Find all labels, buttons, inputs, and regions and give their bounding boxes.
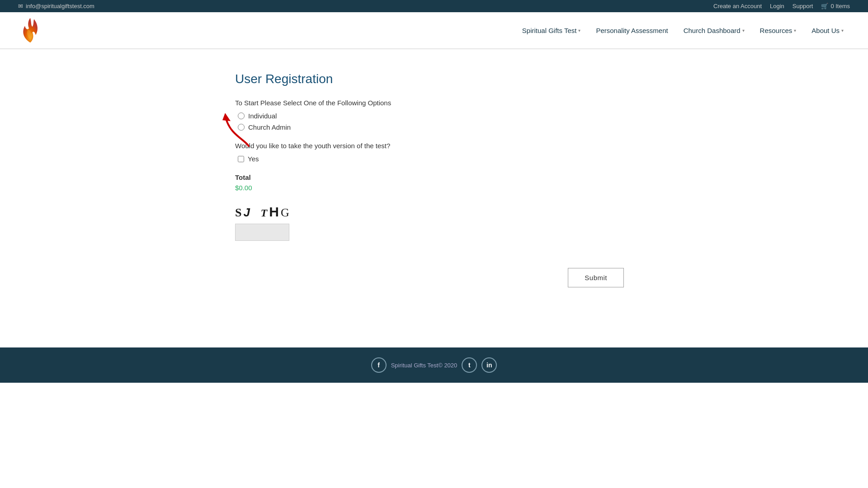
footer-copyright: Spiritual Gifts Test© 2020: [391, 362, 458, 369]
login-link[interactable]: Login: [770, 3, 784, 9]
top-bar: ✉ info@spiritualgiftstest.com Create an …: [0, 0, 868, 12]
youth-yes-label: Yes: [248, 155, 259, 163]
captcha-area: SJ THG: [235, 204, 633, 241]
email-icon: ✉: [18, 3, 23, 9]
section1-label: To Start Please Select One of the Follow…: [235, 99, 633, 107]
top-bar-right: Create an Account Login Support 🛒 0 Item…: [713, 3, 850, 9]
email-link[interactable]: info@spiritualgiftstest.com: [26, 3, 94, 9]
cart-count: 0 Items: [830, 3, 850, 9]
main-content: User Registration To Start Please Select…: [217, 72, 651, 325]
submit-area: Submit: [235, 268, 633, 287]
arrow-area: Individual Church Admin: [235, 112, 633, 131]
individual-radio-item[interactable]: Individual: [238, 112, 633, 120]
header-divider: [0, 49, 868, 49]
nav-resources[interactable]: Resources ▾: [754, 23, 803, 38]
nav-church-dashboard[interactable]: Church Dashboard ▾: [677, 23, 751, 38]
church-admin-radio-item[interactable]: Church Admin: [238, 123, 633, 131]
total-section: Total $0.00: [235, 174, 633, 192]
chevron-icon: ▾: [578, 28, 580, 33]
youth-version-section: Would you like to take the youth version…: [235, 142, 633, 163]
top-bar-left: ✉ info@spiritualgiftstest.com: [18, 3, 94, 9]
page-title: User Registration: [235, 72, 633, 86]
support-link[interactable]: Support: [793, 3, 813, 9]
total-amount: $0.00: [235, 184, 633, 192]
svg-marker-0: [222, 113, 231, 121]
logo-area[interactable]: [18, 17, 42, 44]
youth-yes-checkbox-item[interactable]: Yes: [238, 155, 633, 163]
logo-flame-icon: [18, 17, 42, 44]
red-arrow-icon: [222, 108, 262, 153]
nav-about-us[interactable]: About Us ▾: [805, 23, 850, 38]
chevron-icon-3: ▾: [794, 28, 796, 33]
nav-personality-assessment[interactable]: Personality Assessment: [590, 23, 674, 38]
main-nav: Spiritual Gifts Test ▾ Personality Asses…: [516, 23, 850, 38]
chevron-icon-2: ▾: [742, 28, 745, 33]
chevron-icon-4: ▾: [841, 28, 844, 33]
cart-wrapper[interactable]: 🛒 0 Items: [821, 3, 850, 9]
registration-type-section: To Start Please Select One of the Follow…: [235, 99, 633, 131]
captcha-image: SJ THG: [235, 204, 633, 220]
twitter-icon[interactable]: t: [462, 357, 477, 373]
linkedin-icon[interactable]: in: [481, 357, 497, 373]
section2-label: Would you like to take the youth version…: [235, 142, 633, 150]
registration-type-radio-group: Individual Church Admin: [238, 112, 633, 131]
header: Spiritual Gifts Test ▾ Personality Asses…: [0, 12, 868, 49]
youth-checkbox[interactable]: [238, 156, 244, 162]
cart-icon: 🛒: [821, 3, 828, 9]
facebook-icon[interactable]: f: [371, 357, 387, 373]
captcha-input[interactable]: [235, 224, 289, 241]
create-account-link[interactable]: Create an Account: [713, 3, 762, 9]
footer: f Spiritual Gifts Test© 2020 t in: [0, 347, 868, 383]
submit-button[interactable]: Submit: [568, 268, 624, 287]
nav-spiritual-gifts-test[interactable]: Spiritual Gifts Test ▾: [516, 23, 587, 38]
total-label: Total: [235, 174, 633, 181]
